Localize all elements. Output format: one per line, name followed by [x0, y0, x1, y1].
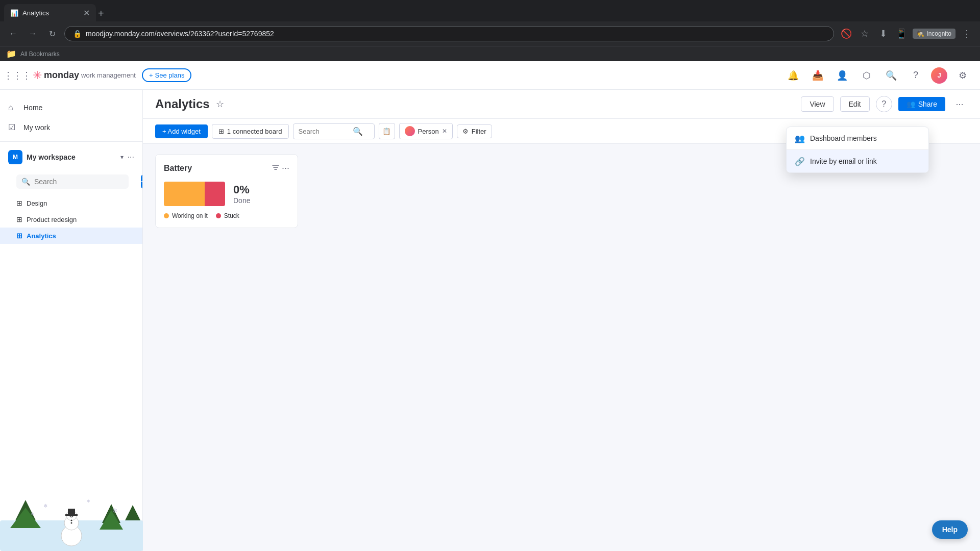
bookmarks-bar: 📁 All Bookmarks [0, 46, 980, 61]
svg-text:❄: ❄ [87, 499, 90, 504]
address-bar-row: ← → ↻ 🔒 moodjoy.monday.com/overviews/263… [0, 21, 980, 46]
filter-button[interactable]: ⚙ Filter [457, 124, 492, 138]
avatar[interactable]: J [931, 67, 947, 84]
toolbar-search: 🔍 [293, 123, 375, 139]
svg-marker-5 [125, 505, 140, 520]
invite-link-icon: 🔗 [795, 156, 805, 166]
sidebar-my-work-label: My work [23, 123, 50, 132]
battery-segment-stuck [205, 182, 225, 206]
toolbar-search-input[interactable] [299, 128, 350, 135]
sidebar-item-design[interactable]: ⊞ Design [0, 195, 142, 211]
share-button[interactable]: 👥 Share [898, 97, 945, 111]
tab-close-button[interactable]: ✕ [83, 8, 90, 18]
lock-icon: 🔒 [73, 30, 82, 38]
incognito-icon: 🕵️ [917, 30, 924, 37]
person-avatar [405, 126, 415, 136]
sidebar-search: 🔍 [16, 174, 129, 189]
board-icon-design: ⊞ [16, 199, 22, 207]
plus-icon: + [149, 71, 153, 79]
legend-dot-red [216, 213, 221, 218]
battery-chart: 0% Done [164, 182, 289, 206]
share-dropdown-menu: 👥 Dashboard members 🔗 Invite by email or… [786, 127, 929, 173]
board-icon: ⊞ [218, 128, 224, 135]
battery-stats: 0% Done [233, 183, 250, 205]
settings-icon[interactable]: ⚙ [953, 66, 972, 85]
widget-header: Battery ··· [164, 163, 289, 173]
svg-point-11 [69, 513, 71, 515]
new-tab-button[interactable]: + [98, 8, 104, 19]
connected-board-button[interactable]: ⊞ 1 connected board [212, 124, 289, 139]
tablet-icon[interactable]: 📱 [894, 27, 909, 41]
logo: ✳ monday work management [33, 69, 136, 82]
edit-button[interactable]: Edit [840, 96, 870, 112]
sidebar-item-my-work[interactable]: ☑ My work [0, 117, 142, 137]
workspace-more-icon[interactable]: ··· [128, 153, 134, 162]
person-filter-close[interactable]: ✕ [442, 128, 447, 135]
invite-email-link-item[interactable]: 🔗 Invite by email or link [787, 150, 928, 172]
sidebar: ⌂ Home ☑ My work M My workspace ▾ ··· 🔍 … [0, 90, 143, 551]
sidebar-search-input[interactable] [34, 178, 124, 186]
grid-icon[interactable]: ⋮⋮⋮ [8, 66, 27, 85]
svg-rect-9 [68, 509, 75, 515]
sidebar-item-analytics[interactable]: ⊞ Analytics [0, 228, 142, 244]
board-icon-product: ⊞ [16, 215, 22, 223]
sidebar-home-label: Home [23, 104, 42, 112]
bell-icon[interactable]: 🔔 [784, 66, 802, 85]
svg-rect-10 [65, 514, 78, 516]
integrations-icon[interactable]: ⬡ [857, 66, 876, 85]
sidebar-item-product-redesign[interactable]: ⊞ Product redesign [0, 211, 142, 228]
widget-more-button[interactable]: ··· [282, 163, 289, 173]
svg-text:❄: ❄ [112, 507, 117, 514]
extensions-icon[interactable]: ⋮ [960, 27, 974, 41]
help-icon[interactable]: ? [906, 66, 925, 85]
address-bar[interactable]: 🔒 moodjoy.monday.com/overviews/263362?us… [64, 26, 834, 41]
incognito-label: Incognito [926, 30, 951, 37]
clipboard-button[interactable]: 📋 [379, 123, 395, 139]
bookmarks-link[interactable]: All Bookmarks [20, 51, 60, 58]
inbox-icon[interactable]: 📥 [808, 66, 827, 85]
invite-people-icon[interactable]: 👤 [833, 66, 851, 85]
view-button[interactable]: View [801, 96, 834, 112]
active-tab[interactable]: 📊 Analytics ✕ [4, 4, 96, 21]
svg-marker-2 [10, 508, 41, 528]
person-label: Person [418, 128, 439, 135]
logo-text: monday [44, 70, 79, 81]
browser-actions: 🚫 ☆ ⬇ 📱 🕵️ Incognito ⋮ [839, 27, 974, 41]
add-widget-button[interactable]: + Add widget [155, 124, 208, 138]
widget-filter-button[interactable] [272, 163, 280, 173]
browser-chrome: 📊 Analytics ✕ + ← → ↻ 🔒 moodjoy.monday.c… [0, 0, 980, 61]
logo-icon: ✳ [33, 69, 42, 82]
svg-point-12 [72, 513, 74, 515]
see-plans-button[interactable]: + See plans [142, 68, 191, 82]
filter-label: Filter [472, 128, 486, 135]
workspace-avatar: M [8, 150, 22, 164]
download-icon[interactable]: ⬇ [876, 27, 890, 41]
invite-label: Invite by email or link [810, 157, 877, 165]
search-icon[interactable]: 🔍 [882, 66, 900, 85]
dashboard-title: Analytics [155, 97, 210, 111]
workspace-header[interactable]: M My workspace ▾ ··· [0, 146, 142, 168]
person-filter[interactable]: Person ✕ [399, 123, 453, 139]
star-favorite-button[interactable]: ☆ [216, 98, 224, 110]
reload-button[interactable]: ↻ [45, 27, 59, 41]
dashboard-help-button[interactable]: ? [876, 96, 892, 112]
workspace-name: My workspace [27, 153, 116, 161]
url-text: moodjoy.monday.com/overviews/263362?user… [86, 30, 274, 38]
dashboard-members-item[interactable]: 👥 Dashboard members [787, 127, 928, 149]
eye-off-icon[interactable]: 🚫 [839, 27, 853, 41]
battery-widget: Battery ··· [155, 154, 298, 228]
legend-working-label: Working on it [172, 212, 208, 219]
back-button[interactable]: ← [6, 27, 20, 41]
logo-sub: work management [81, 71, 136, 79]
widget-title: Battery [164, 164, 192, 173]
sidebar-item-home[interactable]: ⌂ Home [0, 98, 142, 117]
star-icon[interactable]: ☆ [857, 27, 872, 41]
board-icon-analytics: ⊞ [16, 232, 22, 240]
my-work-icon: ☑ [8, 122, 18, 132]
help-button[interactable]: Help [932, 520, 968, 539]
forward-button[interactable]: → [26, 27, 40, 41]
more-options-button[interactable]: ··· [951, 96, 968, 112]
workspace-chevron-icon: ▾ [120, 154, 124, 161]
sidebar-design-label: Design [27, 199, 47, 207]
share-label: Share [918, 100, 937, 108]
